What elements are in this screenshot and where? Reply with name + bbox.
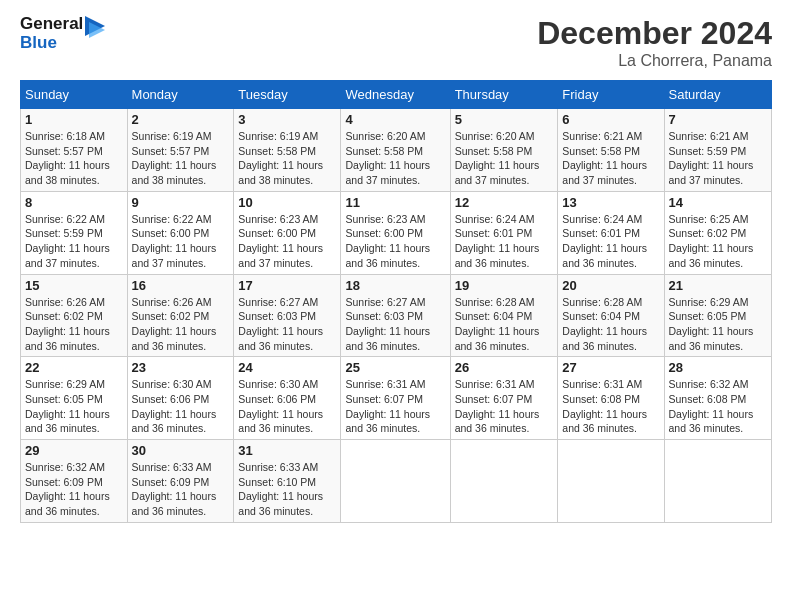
day-number: 17 (238, 278, 336, 293)
day-cell: 10 Sunrise: 6:23 AMSunset: 6:00 PMDaylig… (234, 191, 341, 274)
day-number: 18 (345, 278, 445, 293)
day-info: Sunrise: 6:25 AMSunset: 6:02 PMDaylight:… (669, 213, 754, 269)
day-cell: 11 Sunrise: 6:23 AMSunset: 6:00 PMDaylig… (341, 191, 450, 274)
day-number: 10 (238, 195, 336, 210)
day-cell: 4 Sunrise: 6:20 AMSunset: 5:58 PMDayligh… (341, 109, 450, 192)
day-info: Sunrise: 6:19 AMSunset: 5:57 PMDaylight:… (132, 130, 217, 186)
day-cell (450, 440, 558, 523)
day-cell: 6 Sunrise: 6:21 AMSunset: 5:58 PMDayligh… (558, 109, 664, 192)
day-number: 15 (25, 278, 123, 293)
day-number: 1 (25, 112, 123, 127)
day-info: Sunrise: 6:27 AMSunset: 6:03 PMDaylight:… (238, 296, 323, 352)
day-number: 6 (562, 112, 659, 127)
day-cell: 15 Sunrise: 6:26 AMSunset: 6:02 PMDaylig… (21, 274, 128, 357)
day-number: 25 (345, 360, 445, 375)
title-section: December 2024 La Chorrera, Panama (537, 15, 772, 70)
day-number: 26 (455, 360, 554, 375)
col-wednesday: Wednesday (341, 81, 450, 109)
day-cell: 8 Sunrise: 6:22 AMSunset: 5:59 PMDayligh… (21, 191, 128, 274)
day-info: Sunrise: 6:22 AMSunset: 6:00 PMDaylight:… (132, 213, 217, 269)
day-number: 23 (132, 360, 230, 375)
week-row-4: 22 Sunrise: 6:29 AMSunset: 6:05 PMDaylig… (21, 357, 772, 440)
day-cell (341, 440, 450, 523)
month-title: December 2024 (537, 15, 772, 52)
day-number: 4 (345, 112, 445, 127)
day-cell: 2 Sunrise: 6:19 AMSunset: 5:57 PMDayligh… (127, 109, 234, 192)
day-cell: 22 Sunrise: 6:29 AMSunset: 6:05 PMDaylig… (21, 357, 128, 440)
week-row-5: 29 Sunrise: 6:32 AMSunset: 6:09 PMDaylig… (21, 440, 772, 523)
week-row-1: 1 Sunrise: 6:18 AMSunset: 5:57 PMDayligh… (21, 109, 772, 192)
page: General Blue December 2024 La Chorrera, … (0, 0, 792, 612)
day-info: Sunrise: 6:28 AMSunset: 6:04 PMDaylight:… (562, 296, 647, 352)
day-info: Sunrise: 6:23 AMSunset: 6:00 PMDaylight:… (345, 213, 430, 269)
day-number: 24 (238, 360, 336, 375)
day-number: 30 (132, 443, 230, 458)
day-number: 13 (562, 195, 659, 210)
day-number: 19 (455, 278, 554, 293)
logo: General Blue (20, 15, 105, 52)
day-cell (558, 440, 664, 523)
header: General Blue December 2024 La Chorrera, … (20, 15, 772, 70)
day-info: Sunrise: 6:24 AMSunset: 6:01 PMDaylight:… (455, 213, 540, 269)
day-info: Sunrise: 6:18 AMSunset: 5:57 PMDaylight:… (25, 130, 110, 186)
day-cell: 13 Sunrise: 6:24 AMSunset: 6:01 PMDaylig… (558, 191, 664, 274)
day-number: 9 (132, 195, 230, 210)
day-number: 8 (25, 195, 123, 210)
day-cell: 12 Sunrise: 6:24 AMSunset: 6:01 PMDaylig… (450, 191, 558, 274)
day-number: 27 (562, 360, 659, 375)
day-cell: 21 Sunrise: 6:29 AMSunset: 6:05 PMDaylig… (664, 274, 771, 357)
day-info: Sunrise: 6:26 AMSunset: 6:02 PMDaylight:… (132, 296, 217, 352)
day-number: 2 (132, 112, 230, 127)
day-cell: 14 Sunrise: 6:25 AMSunset: 6:02 PMDaylig… (664, 191, 771, 274)
day-info: Sunrise: 6:30 AMSunset: 6:06 PMDaylight:… (238, 378, 323, 434)
day-info: Sunrise: 6:32 AMSunset: 6:08 PMDaylight:… (669, 378, 754, 434)
day-number: 28 (669, 360, 767, 375)
day-cell: 25 Sunrise: 6:31 AMSunset: 6:07 PMDaylig… (341, 357, 450, 440)
day-cell: 20 Sunrise: 6:28 AMSunset: 6:04 PMDaylig… (558, 274, 664, 357)
day-number: 12 (455, 195, 554, 210)
location: La Chorrera, Panama (537, 52, 772, 70)
day-cell (664, 440, 771, 523)
day-number: 16 (132, 278, 230, 293)
day-cell: 17 Sunrise: 6:27 AMSunset: 6:03 PMDaylig… (234, 274, 341, 357)
calendar: Sunday Monday Tuesday Wednesday Thursday… (20, 80, 772, 523)
col-friday: Friday (558, 81, 664, 109)
day-cell: 7 Sunrise: 6:21 AMSunset: 5:59 PMDayligh… (664, 109, 771, 192)
col-tuesday: Tuesday (234, 81, 341, 109)
day-number: 3 (238, 112, 336, 127)
day-number: 20 (562, 278, 659, 293)
col-thursday: Thursday (450, 81, 558, 109)
week-row-3: 15 Sunrise: 6:26 AMSunset: 6:02 PMDaylig… (21, 274, 772, 357)
day-cell: 3 Sunrise: 6:19 AMSunset: 5:58 PMDayligh… (234, 109, 341, 192)
day-number: 29 (25, 443, 123, 458)
day-info: Sunrise: 6:26 AMSunset: 6:02 PMDaylight:… (25, 296, 110, 352)
day-cell: 30 Sunrise: 6:33 AMSunset: 6:09 PMDaylig… (127, 440, 234, 523)
day-info: Sunrise: 6:31 AMSunset: 6:07 PMDaylight:… (345, 378, 430, 434)
day-info: Sunrise: 6:19 AMSunset: 5:58 PMDaylight:… (238, 130, 323, 186)
col-monday: Monday (127, 81, 234, 109)
day-info: Sunrise: 6:24 AMSunset: 6:01 PMDaylight:… (562, 213, 647, 269)
day-info: Sunrise: 6:22 AMSunset: 5:59 PMDaylight:… (25, 213, 110, 269)
logo-triangle-icon (85, 16, 105, 46)
day-info: Sunrise: 6:33 AMSunset: 6:09 PMDaylight:… (132, 461, 217, 517)
day-info: Sunrise: 6:33 AMSunset: 6:10 PMDaylight:… (238, 461, 323, 517)
day-number: 22 (25, 360, 123, 375)
day-cell: 31 Sunrise: 6:33 AMSunset: 6:10 PMDaylig… (234, 440, 341, 523)
day-info: Sunrise: 6:23 AMSunset: 6:00 PMDaylight:… (238, 213, 323, 269)
day-number: 14 (669, 195, 767, 210)
day-cell: 16 Sunrise: 6:26 AMSunset: 6:02 PMDaylig… (127, 274, 234, 357)
day-number: 11 (345, 195, 445, 210)
day-cell: 19 Sunrise: 6:28 AMSunset: 6:04 PMDaylig… (450, 274, 558, 357)
day-number: 5 (455, 112, 554, 127)
day-cell: 27 Sunrise: 6:31 AMSunset: 6:08 PMDaylig… (558, 357, 664, 440)
day-info: Sunrise: 6:20 AMSunset: 5:58 PMDaylight:… (345, 130, 430, 186)
week-row-2: 8 Sunrise: 6:22 AMSunset: 5:59 PMDayligh… (21, 191, 772, 274)
day-info: Sunrise: 6:29 AMSunset: 6:05 PMDaylight:… (25, 378, 110, 434)
col-sunday: Sunday (21, 81, 128, 109)
day-info: Sunrise: 6:28 AMSunset: 6:04 PMDaylight:… (455, 296, 540, 352)
day-info: Sunrise: 6:32 AMSunset: 6:09 PMDaylight:… (25, 461, 110, 517)
day-cell: 1 Sunrise: 6:18 AMSunset: 5:57 PMDayligh… (21, 109, 128, 192)
day-cell: 9 Sunrise: 6:22 AMSunset: 6:00 PMDayligh… (127, 191, 234, 274)
day-info: Sunrise: 6:27 AMSunset: 6:03 PMDaylight:… (345, 296, 430, 352)
col-saturday: Saturday (664, 81, 771, 109)
